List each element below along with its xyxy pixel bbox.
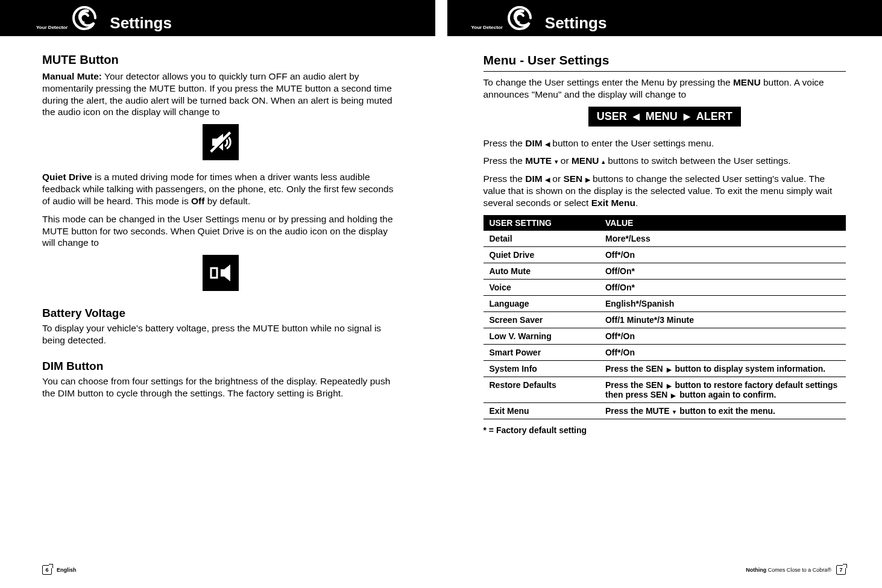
- swirl-icon: [70, 4, 99, 33]
- logo-label: Your Detector: [471, 25, 503, 30]
- press-dim-sen-paragraph: Press the DIM ◀ or SEN ▶ buttons to chan…: [484, 173, 846, 208]
- mute-button-heading: MUTE Button: [42, 53, 399, 67]
- manual-mute-paragraph: Manual Mute: Your detector allows you to…: [42, 70, 399, 118]
- section-title: Settings: [545, 14, 607, 33]
- triangle-left-icon: ◀: [545, 140, 550, 148]
- quiet-speaker-icon: [203, 255, 239, 291]
- table-row: Auto MuteOff/On*: [484, 263, 846, 279]
- triangle-left-icon: ◀: [545, 175, 550, 184]
- footer-tagline: Nothing Comes Close to a Cobra®: [746, 567, 831, 573]
- th-value: VALUE: [599, 215, 846, 231]
- table-row: Exit Menu Press the MUTE ▾ button to exi…: [484, 402, 846, 419]
- press-dim-paragraph: Press the DIM ◀ button to enter the User…: [484, 137, 846, 149]
- table-row: Smart PowerOff*/On: [484, 344, 846, 360]
- dim-button-paragraph: You can choose from four settings for th…: [42, 375, 399, 399]
- muted-icon-row: [42, 124, 399, 163]
- manual-mute-label: Manual Mute:: [42, 71, 102, 81]
- table-row: Low V. WarningOff*/On: [484, 328, 846, 344]
- triangle-right-icon: ▶: [585, 175, 590, 184]
- table-row: Quiet DriveOff*/On: [484, 246, 846, 263]
- triangle-right-icon: ▶: [671, 392, 676, 399]
- page-number-box: 6: [42, 565, 52, 575]
- logo-block: Your Detector Settings: [471, 4, 607, 33]
- triangle-right-icon: ▶: [667, 366, 672, 373]
- table-row: System Info Press the SEN ▶ button to di…: [484, 360, 846, 377]
- triangle-right-icon: ▶: [684, 111, 690, 121]
- battery-voltage-heading: Battery Voltage: [42, 307, 399, 320]
- table-row: VoiceOff/On*: [484, 279, 846, 295]
- menu-intro-paragraph: To change the User settings enter the Me…: [484, 77, 846, 101]
- left-footer: 6 English: [42, 565, 77, 575]
- press-mute-menu-paragraph: Press the MUTE ▾ or MENU ▴ buttons to sw…: [484, 155, 846, 167]
- logo-label: Your Detector: [36, 25, 68, 30]
- triangle-down-icon: ▾: [673, 408, 676, 415]
- logo-block: Your Detector Settings: [36, 4, 172, 33]
- table-row: Restore Defaults Press the SEN ▶ button …: [484, 377, 846, 402]
- table-row: Screen SaverOff/1 Minute*/3 Minute: [484, 311, 846, 328]
- menu-display-wrap: USER ◀ MENU ▶ ALERT: [484, 107, 846, 127]
- quiet-drive-paragraph-2: This mode can be changed in the User Set…: [42, 213, 399, 249]
- triangle-right-icon: ▶: [667, 383, 672, 389]
- th-user-setting: USER SETTING: [484, 215, 599, 231]
- heading-rule: [484, 71, 846, 72]
- header-bar: Your Detector Settings: [0, 0, 435, 36]
- section-title: Settings: [110, 14, 172, 33]
- table-row: DetailMore*/Less: [484, 231, 846, 247]
- display-user: USER: [597, 110, 627, 123]
- menu-display: USER ◀ MENU ▶ ALERT: [588, 107, 741, 127]
- right-footer: Nothing Comes Close to a Cobra® 7: [746, 565, 846, 575]
- footer-language: English: [57, 567, 77, 573]
- quiet-drive-paragraph-1: Quiet Drive is a muted driving mode for …: [42, 171, 399, 207]
- display-alert: ALERT: [696, 110, 732, 123]
- swirl-icon: [505, 4, 534, 33]
- left-content: MUTE Button Manual Mute: Your detector a…: [0, 36, 435, 399]
- dim-button-heading: DIM Button: [42, 360, 399, 373]
- quiet-drive-label: Quiet Drive: [42, 172, 92, 182]
- left-page: Your Detector Settings MUTE Button Manua…: [0, 0, 441, 588]
- factory-default-footnote: * = Factory default setting: [484, 425, 846, 435]
- menu-user-settings-heading: Menu - User Settings: [484, 53, 846, 67]
- page-number-box: 7: [836, 565, 846, 575]
- user-settings-table: USER SETTING VALUE DetailMore*/Less Quie…: [484, 215, 846, 419]
- quiet-icon-row: [42, 255, 399, 293]
- battery-voltage-paragraph: To display your vehicle's battery voltag…: [42, 322, 399, 346]
- table-row: LanguageEnglish*/Spanish: [484, 295, 846, 311]
- header-bar: Your Detector Settings: [447, 0, 883, 36]
- muted-speaker-icon: [203, 124, 239, 160]
- triangle-left-icon: ◀: [633, 111, 640, 121]
- display-menu: MENU: [646, 110, 678, 123]
- right-content: Menu - User Settings To change the User …: [447, 36, 883, 435]
- right-page: Your Detector Settings Menu - User Setti…: [441, 0, 883, 588]
